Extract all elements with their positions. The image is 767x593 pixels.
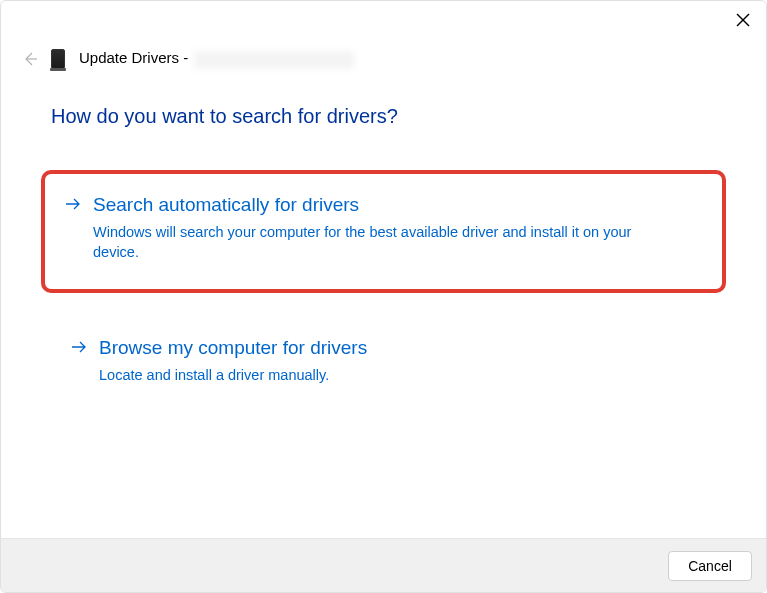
header-row: Update Drivers - <box>1 37 766 75</box>
arrow-right-icon <box>71 339 87 357</box>
question-heading: How do you want to search for drivers? <box>51 105 716 128</box>
cancel-button[interactable]: Cancel <box>668 551 752 581</box>
arrow-right-icon <box>65 196 81 214</box>
back-button[interactable] <box>21 50 39 68</box>
titlebar <box>1 1 766 37</box>
dialog-footer: Cancel <box>1 538 766 592</box>
dialog-title: Update Drivers - <box>79 49 354 68</box>
option-head: Search automatically for drivers <box>65 194 702 216</box>
option-description: Windows will search your computer for th… <box>93 222 653 263</box>
device-icon <box>51 49 65 69</box>
option-title: Search automatically for drivers <box>93 194 359 216</box>
option-description: Locate and install a driver manually. <box>99 365 659 385</box>
device-name-redacted <box>194 51 354 69</box>
content-area: How do you want to search for drivers? S… <box>1 75 766 538</box>
option-search-automatically[interactable]: Search automatically for drivers Windows… <box>41 170 726 293</box>
close-button[interactable] <box>734 11 752 29</box>
option-head: Browse my computer for drivers <box>71 337 696 359</box>
back-arrow-icon <box>22 51 38 67</box>
update-drivers-dialog: Update Drivers - How do you want to sear… <box>0 0 767 593</box>
option-browse-computer[interactable]: Browse my computer for drivers Locate an… <box>51 321 716 407</box>
option-title: Browse my computer for drivers <box>99 337 367 359</box>
close-icon <box>736 13 750 27</box>
title-prefix: Update Drivers - <box>79 49 188 66</box>
